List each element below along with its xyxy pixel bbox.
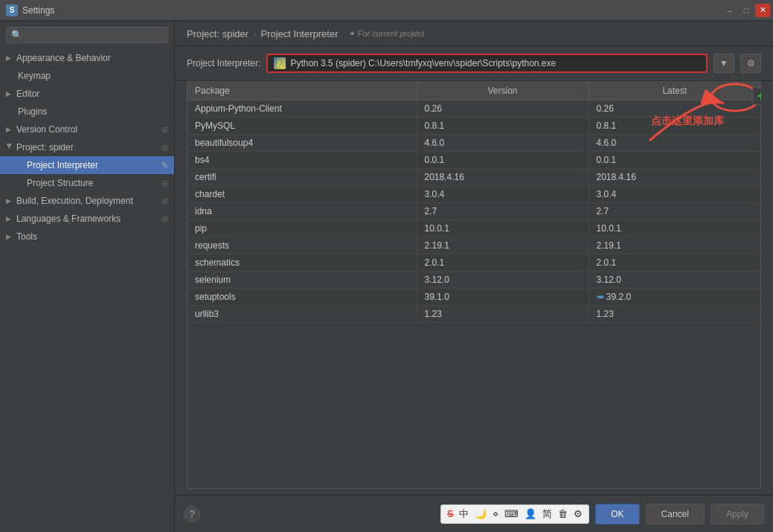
app-icon: S [6, 4, 18, 16]
ime-item-4[interactable]: ⌨ [503, 507, 520, 520]
table-row: bs40.0.10.0.1 [187, 152, 760, 169]
interpreter-value: Python 3.5 (spider) C:\Users\tmfyxq\venv… [290, 58, 556, 68]
packages-table-body: Appium-Python-Client0.260.26PyMySQL0.8.1… [187, 100, 760, 323]
project-icon: ⊞ [161, 143, 168, 153]
sidebar-item-editor[interactable]: ▶ Editor [0, 85, 174, 103]
search-input[interactable] [25, 30, 163, 40]
sidebar-item-label: Project: spider [16, 142, 74, 153]
help-button[interactable]: ? [184, 506, 200, 522]
table-row: setuptools39.1.0➡ 39.2.0 [187, 289, 760, 306]
packages-table-wrapper[interactable]: Package Version Latest Appium-Python-Cli… [187, 81, 761, 489]
sidebar-item-label: Appearance & Behavior [16, 53, 111, 63]
bottom-right: S̶ 中 🌙 ⋄ ⌨ 👤 简 🗑 ⚙ OK Cancel Apply [440, 504, 764, 525]
package-name-cell: requests [187, 237, 417, 254]
package-name-cell: idna [187, 203, 417, 220]
sidebar-item-label: Editor [16, 89, 39, 99]
package-version-cell: 2.0.1 [417, 254, 588, 272]
bottom-left: ? [184, 506, 200, 522]
sidebar-item-languages-frameworks[interactable]: ▶ Languages & Frameworks ⊞ [0, 210, 174, 228]
ime-item-6[interactable]: 简 [541, 507, 554, 522]
package-latest-cell: 0.0.1 [588, 152, 760, 169]
table-row: selenium3.12.03.12.0 [187, 272, 760, 289]
cancel-button[interactable]: Cancel [646, 504, 705, 525]
apply-button[interactable]: Apply [711, 504, 764, 525]
package-name-cell: bs4 [187, 152, 417, 169]
interpreter-row: Project Interpreter: 🐍 Python 3.5 (spide… [175, 46, 773, 81]
table-row: schematics2.0.12.0.1 [187, 254, 760, 272]
col-version: Version [417, 82, 588, 100]
interpreter-field[interactable]: 🐍 Python 3.5 (spider) C:\Users\tmfyxq\ve… [266, 54, 708, 73]
table-row: idna2.72.7 [187, 203, 760, 220]
breadcrumb: Project: spider › Project Interpreter ✦ … [175, 21, 773, 46]
search-box[interactable]: 🔍 [6, 27, 168, 43]
sidebar-item-label: Project Interpreter [27, 160, 98, 170]
close-button[interactable]: ✕ [755, 4, 770, 17]
table-row: certifi2018.4.162018.4.16 [187, 169, 760, 186]
sidebar-item-project-spider[interactable]: ▶ Project: spider ⊞ [0, 138, 174, 156]
window-title: Settings [22, 5, 54, 16]
sidebar-item-plugins[interactable]: Plugins [0, 103, 174, 121]
package-name-cell: Appium-Python-Client [187, 100, 417, 118]
sidebar-item-project-structure[interactable]: Project Structure ⊞ [0, 174, 174, 192]
col-latest: Latest [588, 82, 760, 100]
edit-icon: ✎ [161, 161, 168, 170]
package-name-cell: PyMySQL [187, 118, 417, 135]
interpreter-label: Project Interpreter: [187, 58, 260, 68]
sidebar-item-build-execution[interactable]: ▶ Build, Execution, Deployment ⊞ [0, 192, 174, 210]
package-version-cell: 0.8.1 [417, 118, 588, 135]
ime-item-1[interactable]: 中 [458, 507, 470, 522]
package-latest-cell: 2.0.1 [588, 254, 760, 272]
add-package-button[interactable]: + [752, 87, 761, 105]
ime-item-5[interactable]: 👤 [523, 507, 538, 520]
package-name-cell: urllib3 [187, 306, 417, 323]
sidebar-item-label: Plugins [18, 106, 47, 117]
sidebar-item-tools[interactable]: ▶ Tools [0, 228, 174, 246]
breadcrumb-part1: Project: spider [187, 28, 248, 39]
sidebar-item-label: Languages & Frameworks [16, 214, 121, 224]
expand-arrow-icon: ▶ [6, 233, 13, 240]
minimize-button[interactable]: – [722, 4, 737, 17]
maximize-button[interactable]: □ [739, 4, 754, 17]
breadcrumb-separator: › [253, 28, 256, 39]
package-name-cell: pip [187, 220, 417, 237]
sidebar-item-keymap[interactable]: Keymap [0, 67, 174, 85]
interpreter-gear-button[interactable]: ⚙ [740, 54, 761, 73]
expand-arrow-icon: ▶ [6, 90, 13, 97]
package-version-cell: 3.0.4 [417, 186, 588, 203]
package-latest-cell: 4.6.0 [588, 135, 760, 152]
package-latest-cell: 3.0.4 [588, 186, 760, 203]
expand-arrow-icon: ▶ [6, 215, 13, 222]
ime-item-2[interactable]: 🌙 [473, 507, 488, 520]
sidebar-item-project-interpreter[interactable]: Project Interpreter ✎ [0, 156, 174, 174]
interpreter-dropdown[interactable]: ▼ [713, 54, 734, 73]
package-latest-cell: 2.19.1 [588, 237, 760, 254]
package-version-cell: 4.6.0 [417, 135, 588, 152]
packages-container: Package Version Latest Appium-Python-Cli… [187, 81, 761, 489]
sidebar-item-label: Version Control [16, 124, 77, 135]
package-latest-cell: 10.0.1 [588, 220, 760, 237]
package-version-cell: 39.1.0 [417, 289, 588, 306]
package-latest-cell: ➡ 39.2.0 [588, 289, 760, 306]
window-controls: – □ ✕ [722, 4, 770, 17]
sidebar-item-version-control[interactable]: ▶ Version Control ⊞ [0, 121, 174, 138]
bottom-bar: ? S̶ 中 🌙 ⋄ ⌨ 👤 简 🗑 ⚙ OK Cancel Apply [175, 495, 773, 532]
sidebar-item-label: Project Structure [27, 178, 93, 188]
package-version-cell: 0.26 [417, 100, 588, 118]
package-version-cell: 2018.4.16 [417, 169, 588, 186]
ime-toolbar: S̶ 中 🌙 ⋄ ⌨ 👤 简 🗑 ⚙ [440, 504, 589, 524]
expand-arrow-icon: ▶ [6, 54, 13, 62]
package-latest-cell: 2.7 [588, 203, 760, 220]
breadcrumb-note: ✦ For current project [348, 29, 424, 39]
ime-item-8[interactable]: ⚙ [572, 507, 584, 520]
sidebar-item-appearance[interactable]: ▶ Appearance & Behavior [0, 49, 174, 67]
lang-icon: ⊞ [161, 214, 168, 224]
package-version-cell: 2.19.1 [417, 237, 588, 254]
expand-arrow-icon: ▶ [6, 126, 13, 133]
gear-icon: ⚙ [747, 58, 755, 68]
sidebar: 🔍 ▶ Appearance & Behavior Keymap ▶ Edito… [0, 21, 175, 532]
ime-item-0[interactable]: S̶ [446, 507, 455, 520]
package-version-cell: 2.7 [417, 203, 588, 220]
ime-item-3[interactable]: ⋄ [491, 507, 500, 520]
ok-button[interactable]: OK [595, 504, 639, 525]
ime-item-7[interactable]: 🗑 [557, 507, 569, 520]
